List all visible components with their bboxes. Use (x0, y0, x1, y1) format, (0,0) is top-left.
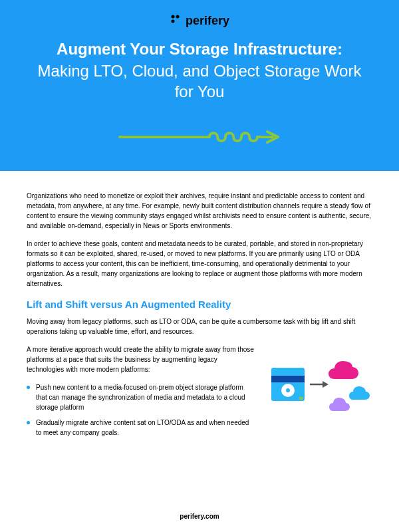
section-paragraph-2: A more iterative approach would create t… (27, 344, 256, 374)
list-item: Gradually migrate archive content sat on… (27, 418, 256, 438)
svg-point-6 (286, 388, 290, 392)
section-paragraph-1: Moving away from legacy platforms, such … (27, 317, 372, 336)
bullet-list: Push new content to a media-focused on-p… (27, 382, 256, 438)
logo-container: perifery (27, 13, 372, 29)
two-column-layout: A more iterative approach would create t… (27, 344, 372, 443)
section-heading-lift-shift: Lift and Shift versus An Augmented Reali… (27, 299, 372, 310)
title-line-1: Augment Your Storage Infrastructure: (27, 39, 372, 59)
list-item: Push new content to a media-focused on-p… (27, 382, 256, 412)
brand-logo: perifery (170, 13, 229, 29)
svg-rect-7 (299, 397, 303, 400)
svg-point-1 (176, 15, 179, 19)
brand-name: perifery (186, 14, 229, 28)
document-body: Organizations who need to monetize or ex… (0, 171, 399, 443)
intro-paragraph-2: In order to achieve these goals, content… (27, 239, 372, 289)
footer-url: perifery.com (0, 513, 399, 520)
title-line-2: Making LTO, Cloud, and Object Storage Wo… (27, 61, 372, 102)
svg-point-2 (171, 20, 174, 23)
intro-paragraph-1: Organizations who need to monetize or ex… (27, 191, 372, 231)
logo-mark-icon (170, 13, 182, 29)
hero-banner: perifery Augment Your Storage Infrastruc… (0, 0, 399, 171)
squiggle-arrow-icon (27, 126, 372, 151)
hero-title: Augment Your Storage Infrastructure: Mak… (27, 39, 372, 102)
svg-rect-4 (271, 376, 305, 382)
svg-point-0 (171, 15, 174, 19)
text-column: A more iterative approach would create t… (27, 344, 256, 443)
migration-diagram (266, 344, 372, 421)
